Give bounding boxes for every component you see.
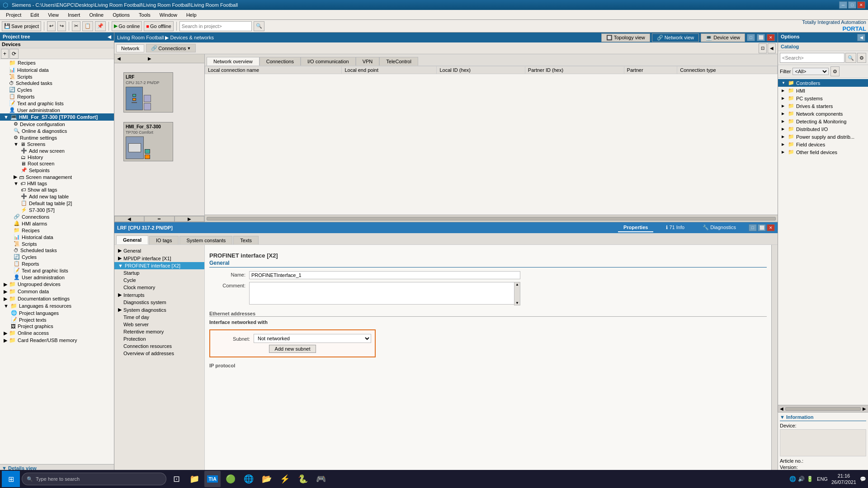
tree-item-screen-mgmt[interactable]: ▶ 🗃 Screen management [0,174,114,180]
tree-item-sched2[interactable]: ⏱ Scheduled tasks [0,247,114,253]
tree-item-proj-graphics[interactable]: 🖼 Project graphics [0,323,114,329]
menu-insert[interactable]: Insert [64,11,85,19]
tree-item-common[interactable]: ▶ 📁 Common data [0,288,114,295]
tree-item-add-tag-table[interactable]: ➕ Add new tag table [0,193,114,200]
refresh-btn[interactable]: ⟳ [9,49,19,59]
taskbar-browser[interactable]: 🌐 [241,471,257,487]
hmi-device-box[interactable]: HMI_For_S7-300 TP700 Comfort [123,122,173,161]
props-tab-diagnostics[interactable]: 🔧 Diagnostics [697,224,741,232]
vpn-tab[interactable]: VPN [356,57,380,66]
comment-input[interactable] [249,282,520,305]
tree-item-history[interactable]: 🗂 History [0,154,114,160]
search-input[interactable] [179,21,252,31]
connections-main-tab[interactable]: Connections [259,57,301,66]
telecontrol-tab[interactable]: TeleControl [379,57,418,66]
tree-item-recipes2[interactable]: 📁 Recipes [0,227,114,234]
start-button[interactable]: ⊞ [2,471,20,487]
menu-help[interactable]: Help [182,11,201,19]
taskbar-app-logo[interactable]: 🐍 [295,471,311,487]
tree-item-docsettings[interactable]: ▶ 📁 Documentation settings [0,295,114,302]
tree-item-useradmin2[interactable]: 👤 User administration [0,274,114,281]
props-scrollbar[interactable] [771,245,778,472]
nav-general[interactable]: ▶ General [114,247,204,254]
lrf-device-box[interactable]: LRF CPU 317-2 PN/DP [123,72,173,113]
cat-detecting[interactable]: ▶ 📁 Detecting & Monitoring [778,117,868,125]
tree-item-hmi-tags[interactable]: ▼ 🏷 HMI tags [0,180,114,187]
tree-item-cycles2[interactable]: 🔄 Cycles [0,253,114,260]
expand-info-icon[interactable]: ▼ [780,414,785,420]
filter-select[interactable]: <All> [793,68,829,75]
tree-item-hmi-alarms[interactable]: 🔔 HMI alarms [0,220,114,227]
tree-item-online-diag[interactable]: 🔍 Online & diagnostics [0,127,114,134]
catalog-filter-btn[interactable]: ⚙ [857,53,866,63]
close-btn[interactable]: ✕ [857,1,865,9]
tree-item-runtime[interactable]: ⚙ Runtime settings [0,134,114,141]
zoom-fit-btn[interactable]: ⊡ [759,43,767,53]
menu-view[interactable]: View [44,11,63,19]
notification-btn[interactable]: 💬 [860,476,866,482]
nav-retentive[interactable]: Retentive memory [114,328,204,335]
nav-web-server[interactable]: Web server [114,321,204,328]
tree-item-reports[interactable]: 📋 Reports [0,93,114,100]
nav-time-of-day[interactable]: Time of day [114,314,204,321]
nav-interrupts[interactable]: ▶ Interrupts [114,291,204,299]
tree-item-cycles[interactable]: 🔄 Cycles [0,86,114,93]
menu-options[interactable]: Options [108,11,134,19]
minimize-btn[interactable]: ─ [839,1,847,9]
scroll-right-btn[interactable]: ▶ [175,216,204,222]
props-tab-info[interactable]: ℹ 71 Info [660,224,690,232]
nav-startup[interactable]: Startup [114,269,204,277]
net-restore-btn[interactable]: □ [747,34,755,41]
tree-item-device-config[interactable]: ⚙ Device configuration [0,121,114,127]
tree-item-default-tag[interactable]: 📋 Default tag table [2] [0,200,114,206]
menu-window[interactable]: Window [156,11,181,19]
tree-item-add-screen[interactable]: ➕ Add new screen [0,147,114,154]
tree-item-scheduled[interactable]: ⏱ Scheduled tasks [0,80,114,86]
tree-item-online-access[interactable]: ▶ 📁 Online access [0,329,114,337]
props-tab-properties[interactable]: Properties [618,224,653,232]
menu-tools[interactable]: Tools [135,11,155,19]
tree-item-card-reader[interactable]: ▶ 📁 Card Reader/USB memory [0,337,114,344]
taskbar-search-bar[interactable]: 🔍 Type here to search [22,473,166,485]
menu-edit[interactable]: Edit [26,11,43,19]
save-project-btn[interactable]: 💾 Save project [2,21,41,31]
net-close-btn[interactable]: ✕ [767,34,775,41]
undo-btn[interactable]: ↩ [47,21,56,31]
ptab-texts[interactable]: Texts [233,236,259,244]
go-offline-btn[interactable]: ■ Go offline [144,21,174,31]
tree-collapse-btn[interactable]: ◀ [108,34,111,39]
cat-drives[interactable]: ▶ 📁 Drives & starters [778,102,868,110]
tree-item-textlists[interactable]: 📝 Text and graphic lists [0,100,114,107]
io-comm-tab[interactable]: I/O communication [301,57,356,66]
tree-item-show-tags[interactable]: 🏷 Show all tags [0,187,114,193]
ptab-system-constants[interactable]: System constants [179,236,232,244]
task-view-btn[interactable]: ⊡ [168,471,184,487]
nav-sys-diag[interactable]: ▶ System diagnostics [114,306,204,314]
tree-item-historical[interactable]: 📊 Historical data [0,66,114,73]
net-expand-btn[interactable]: ⬜ [757,34,765,41]
topology-view-btn[interactable]: 🔲 Topology view [601,33,650,42]
go-online-btn[interactable]: ▶ Go online [112,21,142,31]
new-item-btn[interactable]: + [1,49,9,59]
nav-cycle[interactable]: Cycle [114,277,204,284]
tree-item-ungrouped[interactable]: ▶ 📁 Ungrouped devices [0,281,114,288]
cat-pc-systems[interactable]: ▶ 📁 PC systems [778,94,868,102]
tree-content[interactable]: 📁 Recipes 📊 Historical data 📜 Scripts ⏱ … [0,59,114,464]
cat-distributed-io[interactable]: ▶ 📁 Distributed I/O [778,125,868,133]
cat-scroll-right[interactable]: ▶ [861,406,868,411]
maximize-btn[interactable]: □ [848,1,856,9]
add-subnet-btn[interactable]: Add new subnet [269,345,316,353]
textarea-scroll-down[interactable]: ▼ [514,301,520,305]
tree-item-reports2[interactable]: 📋 Reports [0,260,114,267]
tree-item-hmi-device[interactable]: ▼ 💻 HMI_For_S7-300 [TP700 Comfort] [0,113,114,121]
cat-network-comp[interactable]: ▶ 📁 Network components [778,110,868,117]
ptab-general[interactable]: General [116,235,148,244]
name-input[interactable] [249,271,520,279]
tree-item-connections[interactable]: 🔗 Connections [0,213,114,220]
taskbar-app-game[interactable]: 🎮 [313,471,329,487]
taskbar-tia-portal[interactable]: TIA [204,471,221,487]
tree-item-screens[interactable]: ▼ 🖥 Screens [0,141,114,147]
cat-restore-btn[interactable]: ◀ [857,34,865,41]
taskbar-app-green[interactable]: 🟢 [222,471,239,487]
scroll-handle[interactable]: ━ [144,216,174,222]
